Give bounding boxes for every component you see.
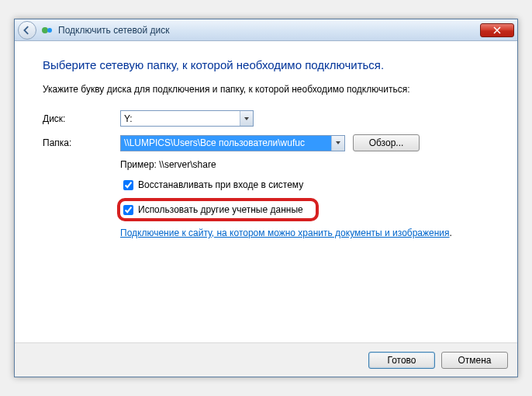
close-button[interactable]: [480, 23, 514, 37]
dialog-window: Подключить сетевой диск Выберите сетевую…: [14, 19, 518, 377]
different-creds-row: Использовать другие учетные данные: [117, 198, 319, 221]
connect-website-link[interactable]: Подключение к сайту, на котором можно хр…: [120, 228, 450, 238]
finish-button[interactable]: Готово: [368, 352, 435, 369]
footer: Готово Отмена: [15, 342, 517, 377]
instruction-text: Укажите букву диска для подключения и па…: [43, 84, 489, 95]
folder-combobox[interactable]: \\LUMPICS\Users\Все пользователи\wufuc: [120, 135, 345, 151]
drive-dropdown-button[interactable]: [240, 111, 253, 126]
link-period: .: [450, 228, 452, 238]
svg-point-1: [47, 28, 52, 33]
browse-button[interactable]: Обзор...: [353, 134, 420, 151]
close-icon: [493, 26, 501, 34]
reconnect-label: Восстанавливать при входе в систему: [138, 179, 303, 190]
link-row: Подключение к сайту, на котором можно хр…: [120, 228, 489, 238]
content-area: Выберите сетевую папку, к которой необхо…: [15, 41, 517, 342]
drive-select[interactable]: Y:: [120, 110, 254, 127]
page-heading: Выберите сетевую папку, к которой необхо…: [43, 58, 489, 71]
reconnect-checkbox[interactable]: [123, 180, 133, 190]
network-drive-icon: [41, 24, 54, 36]
drive-label: Диск:: [43, 113, 120, 124]
reconnect-row: Восстанавливать при входе в систему: [120, 178, 489, 192]
example-text: Пример: \\server\share: [120, 159, 489, 170]
chevron-down-icon: [244, 116, 250, 122]
window-title: Подключить сетевой диск: [58, 25, 169, 36]
folder-value: \\LUMPICS\Users\Все пользователи\wufuc: [121, 136, 331, 151]
folder-label: Папка:: [43, 137, 120, 148]
titlebar: Подключить сетевой диск: [15, 19, 517, 41]
chevron-down-icon: [335, 140, 341, 146]
different-creds-label: Использовать другие учетные данные: [138, 204, 303, 215]
folder-dropdown-button[interactable]: [331, 136, 344, 151]
drive-row: Диск: Y:: [43, 110, 489, 127]
arrow-left-icon: [22, 26, 32, 35]
cancel-button[interactable]: Отмена: [441, 352, 508, 369]
svg-point-0: [42, 27, 48, 33]
drive-value: Y:: [124, 113, 133, 124]
different-creds-checkbox[interactable]: [123, 205, 133, 215]
folder-row: Папка: \\LUMPICS\Users\Все пользователи\…: [43, 134, 489, 151]
back-button[interactable]: [18, 21, 36, 40]
